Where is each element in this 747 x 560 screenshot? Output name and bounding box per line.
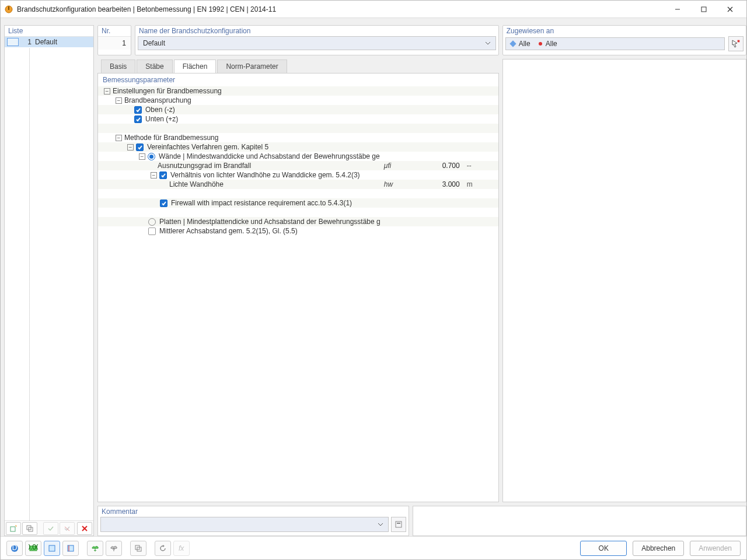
app-icon bbox=[4, 5, 13, 14]
copy-item-button[interactable] bbox=[22, 522, 37, 535]
assigned-value-2: Alle bbox=[546, 40, 557, 48]
new-item-button[interactable] bbox=[6, 522, 21, 535]
nr-header: Nr. bbox=[98, 26, 131, 36]
footer-units-button[interactable]: 0.00 bbox=[25, 541, 41, 556]
assigned-header: Zugewiesen an bbox=[503, 26, 746, 36]
svg-text:D: D bbox=[12, 544, 18, 552]
list-header: Liste bbox=[5, 26, 93, 37]
footer-view2-button[interactable] bbox=[62, 541, 79, 556]
assigned-value-1: Alle bbox=[519, 40, 530, 48]
svg-rect-14 bbox=[396, 522, 402, 527]
window-title: Brandschutzkonfiguration bearbeiten | Be… bbox=[17, 5, 664, 13]
footer-view1-button[interactable] bbox=[44, 541, 60, 556]
svg-text:0.00: 0.00 bbox=[29, 544, 38, 551]
footer-import-button[interactable] bbox=[106, 541, 122, 556]
footer-fx-button[interactable]: fx bbox=[173, 541, 190, 556]
footer-copy-button[interactable] bbox=[130, 541, 146, 556]
collapse-icon[interactable]: − bbox=[127, 144, 134, 150]
svg-rect-3 bbox=[701, 7, 706, 12]
checkbox-mean-axis[interactable] bbox=[148, 228, 156, 235]
svg-rect-20 bbox=[49, 545, 55, 551]
svg-rect-15 bbox=[397, 523, 400, 524]
ok-button[interactable]: OK bbox=[580, 541, 627, 556]
collapse-icon[interactable]: − bbox=[104, 88, 110, 94]
params-header: Bemessungsparameter bbox=[98, 74, 498, 86]
svg-rect-6 bbox=[11, 527, 15, 531]
minimize-button[interactable] bbox=[664, 1, 690, 18]
footer-calc-button[interactable]: D bbox=[6, 541, 23, 556]
exclude-button[interactable] bbox=[60, 522, 75, 535]
list-item-number: 1 bbox=[23, 38, 32, 46]
tab-basis[interactable]: Basis bbox=[101, 60, 135, 73]
parameter-tree[interactable]: −Einstellungen für Brandbemessung −Brand… bbox=[98, 86, 498, 502]
list-body[interactable]: 1 Default bbox=[5, 37, 93, 520]
value-mu-fi[interactable]: 0.700 bbox=[421, 162, 463, 170]
dot-icon bbox=[539, 42, 542, 46]
assigned-field[interactable]: Alle Alle bbox=[505, 37, 725, 50]
assigned-select-button[interactable] bbox=[728, 36, 743, 51]
collapse-icon[interactable]: − bbox=[116, 97, 122, 104]
name-header: Name der Brandschutzkonfiguration bbox=[135, 26, 498, 36]
name-value: Default bbox=[143, 39, 165, 47]
delete-item-button[interactable] bbox=[77, 522, 92, 535]
list-item-label: Default bbox=[35, 38, 57, 46]
list-item-color-icon bbox=[7, 38, 19, 46]
value-hw[interactable]: 3.000 bbox=[421, 180, 463, 188]
close-button[interactable] bbox=[717, 1, 743, 18]
name-combo[interactable]: Default bbox=[138, 36, 496, 50]
footer-reset-button[interactable] bbox=[155, 541, 171, 556]
tab-norm-parameter[interactable]: Norm-Parameter bbox=[217, 60, 287, 73]
svg-rect-1 bbox=[8, 6, 9, 10]
footer-export-button[interactable] bbox=[87, 541, 103, 556]
tab-stabe[interactable]: Stäbe bbox=[137, 60, 172, 73]
checkbox-unten[interactable] bbox=[134, 116, 142, 123]
nr-value[interactable]: 1 bbox=[98, 36, 131, 50]
checkbox-simplified[interactable] bbox=[136, 144, 144, 151]
maximize-button[interactable] bbox=[690, 1, 717, 18]
collapse-icon[interactable]: − bbox=[116, 135, 122, 141]
comment-combo[interactable] bbox=[100, 517, 389, 532]
radio-walls[interactable] bbox=[148, 153, 155, 160]
checkbox-firewall[interactable] bbox=[160, 200, 167, 207]
include-button[interactable] bbox=[43, 522, 58, 535]
cancel-button[interactable]: Abbrechen bbox=[633, 541, 684, 556]
comment-header: Kommentar bbox=[98, 506, 409, 517]
preview-panel bbox=[502, 59, 746, 502]
svg-text:fx: fx bbox=[179, 544, 184, 552]
collapse-icon[interactable]: − bbox=[151, 172, 157, 178]
checkbox-oben[interactable] bbox=[134, 106, 142, 114]
list-item[interactable]: 1 Default bbox=[5, 37, 93, 47]
chevron-down-icon bbox=[485, 40, 491, 46]
chevron-down-icon bbox=[378, 522, 383, 527]
info-panel bbox=[413, 506, 746, 536]
collapse-icon[interactable]: − bbox=[139, 153, 145, 160]
assign-type-icon bbox=[509, 40, 516, 47]
radio-plates[interactable] bbox=[148, 218, 156, 226]
checkbox-ratio[interactable] bbox=[159, 172, 167, 179]
apply-button[interactable]: Anwenden bbox=[690, 541, 741, 556]
tab-flachen[interactable]: Flächen bbox=[174, 60, 217, 73]
comment-pick-button[interactable] bbox=[391, 517, 406, 532]
